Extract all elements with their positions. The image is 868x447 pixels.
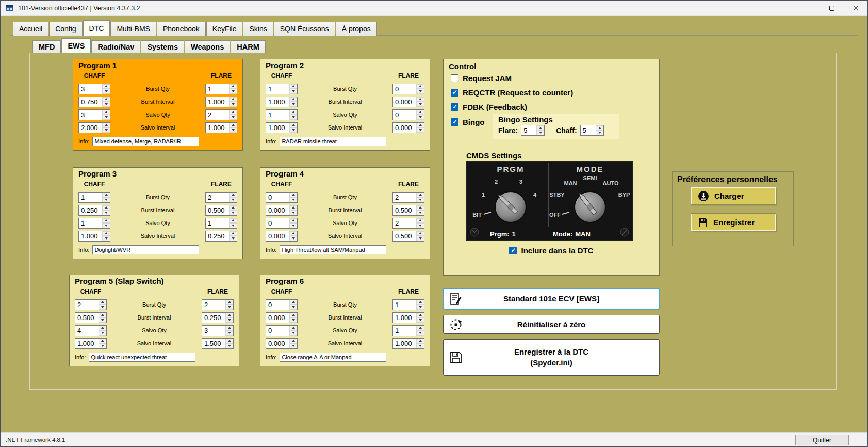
spinner-buttons[interactable] <box>289 300 297 310</box>
chaff-burst-interval-spinner[interactable]: 0.250 <box>78 205 110 216</box>
spinner-down-icon[interactable] <box>289 330 297 336</box>
spinner-buttons[interactable] <box>102 110 110 120</box>
info-input[interactable] <box>280 353 386 362</box>
spinner-up-icon[interactable] <box>225 313 233 318</box>
spinner-buttons[interactable] <box>416 84 424 94</box>
chaff-salvo-qty-spinner[interactable]: 1 <box>78 218 110 229</box>
chaff-salvo-qty-spinner[interactable]: 1 <box>266 109 298 120</box>
chaff-burst-qty-spinner[interactable]: 2 <box>75 299 107 310</box>
spinner-down-icon[interactable] <box>416 343 424 348</box>
chaff-burst-qty-spinner[interactable]: 1 <box>266 84 298 94</box>
spinner-up-icon[interactable] <box>229 84 237 89</box>
spinner-up-icon[interactable] <box>416 84 424 89</box>
spinner-up-icon[interactable] <box>229 110 237 115</box>
info-input[interactable] <box>280 137 386 146</box>
spinner-buttons[interactable] <box>416 339 424 348</box>
spinner-buttons[interactable] <box>102 218 110 228</box>
spinner-down-icon[interactable] <box>225 317 233 323</box>
spinner-down-icon[interactable] <box>99 343 106 348</box>
spinner-buttons[interactable] <box>536 125 544 135</box>
checkbox-icon[interactable] <box>451 74 458 82</box>
save-to-dtc-button[interactable]: Enregistrer à la DTC (Spyder.ini) <box>443 339 660 376</box>
spinner-buttons[interactable] <box>99 339 106 348</box>
tab-multi-bms[interactable]: Multi-BMS <box>110 22 156 36</box>
spinner-up-icon[interactable] <box>289 313 297 318</box>
tab-keyfile[interactable]: KeyFile <box>206 22 243 36</box>
chaff-salvo-interval-spinner[interactable]: 1.000 <box>75 338 107 349</box>
subtab-systems[interactable]: Systems <box>141 40 184 53</box>
flare-burst-qty-spinner[interactable]: 2 <box>205 192 237 203</box>
request-jam-checkbox[interactable]: Request JAM <box>451 74 512 83</box>
spinner-up-icon[interactable] <box>416 205 424 211</box>
spinner-buttons[interactable] <box>289 231 297 241</box>
flare-burst-qty-spinner[interactable]: 1 <box>205 84 237 94</box>
spinner-down-icon[interactable] <box>416 115 424 120</box>
spinner-buttons[interactable] <box>229 110 237 120</box>
spinner-down-icon[interactable] <box>416 127 424 133</box>
spinner-buttons[interactable] <box>416 193 424 202</box>
spinner-down-icon[interactable] <box>229 197 237 202</box>
tab-sqn-ecussons[interactable]: SQN Écussons <box>274 22 335 36</box>
chaff-salvo-interval-spinner[interactable]: 2.000 <box>78 122 110 133</box>
spinner-down-icon[interactable] <box>289 115 297 120</box>
spinner-buttons[interactable] <box>416 97 424 107</box>
flare-burst-interval-spinner[interactable]: 1.000 <box>392 312 424 323</box>
flare-burst-qty-spinner[interactable]: 0 <box>392 84 424 94</box>
flare-salvo-qty-spinner[interactable]: 2 <box>392 218 424 229</box>
spinner-down-icon[interactable] <box>289 210 297 215</box>
chaff-salvo-interval-spinner[interactable]: 1.000 <box>78 231 110 242</box>
spinner-up-icon[interactable] <box>225 326 233 331</box>
chaff-salvo-interval-spinner[interactable]: 0.000 <box>266 231 298 242</box>
spinner-buttons[interactable] <box>416 218 424 228</box>
spinner-down-icon[interactable] <box>225 305 233 310</box>
spinner-buttons[interactable] <box>289 193 297 202</box>
spinner-down-icon[interactable] <box>102 236 110 241</box>
spinner-buttons[interactable] <box>416 313 424 323</box>
spinner-down-icon[interactable] <box>229 127 237 133</box>
spinner-up-icon[interactable] <box>416 97 424 102</box>
tab-config[interactable]: Config <box>49 22 82 36</box>
spinner-up-icon[interactable] <box>225 339 233 344</box>
spinner-down-icon[interactable] <box>102 210 110 215</box>
spinner-down-icon[interactable] <box>596 131 603 136</box>
spinner-up-icon[interactable] <box>289 339 297 344</box>
spinner-buttons[interactable] <box>229 193 237 202</box>
subtab-mfd[interactable]: MFD <box>32 40 61 53</box>
chaff-burst-qty-spinner[interactable]: 0 <box>266 192 298 203</box>
flare-burst-interval-spinner[interactable]: 0.000 <box>392 97 424 107</box>
spinner-buttons[interactable] <box>225 300 233 310</box>
spinner-up-icon[interactable] <box>102 123 110 128</box>
info-input[interactable] <box>92 137 199 146</box>
chaff-burst-interval-spinner[interactable]: 0.000 <box>266 312 298 323</box>
spinner-buttons[interactable] <box>229 231 237 241</box>
info-input[interactable] <box>92 245 199 254</box>
spinner-down-icon[interactable] <box>416 305 424 310</box>
spinner-up-icon[interactable] <box>416 110 424 115</box>
spinner-buttons[interactable] <box>229 123 237 133</box>
spinner-down-icon[interactable] <box>289 223 297 228</box>
spinner-down-icon[interactable] <box>99 305 106 310</box>
spinner-down-icon[interactable] <box>416 89 424 94</box>
spinner-buttons[interactable] <box>102 193 110 202</box>
spinner-buttons[interactable] <box>102 123 110 133</box>
spinner-down-icon[interactable] <box>416 330 424 336</box>
spinner-up-icon[interactable] <box>102 84 110 89</box>
spinner-up-icon[interactable] <box>99 300 106 305</box>
spinner-buttons[interactable] <box>289 205 297 215</box>
spinner-buttons[interactable] <box>102 97 110 107</box>
chaff-salvo-qty-spinner[interactable]: 4 <box>75 325 107 336</box>
flare-salvo-interval-spinner[interactable]: 1.000 <box>205 122 237 133</box>
spinner-down-icon[interactable] <box>229 115 237 120</box>
spinner-up-icon[interactable] <box>289 97 297 102</box>
tab-a-propos[interactable]: À propos <box>336 22 377 36</box>
spinner-down-icon[interactable] <box>416 236 424 241</box>
flare-burst-interval-spinner[interactable]: 0.500 <box>392 205 424 216</box>
spinner-down-icon[interactable] <box>102 102 110 107</box>
spinner-down-icon[interactable] <box>416 317 424 323</box>
standard-ecv-button[interactable]: Standard 101e ECV [EWS] <box>443 288 660 310</box>
spinner-buttons[interactable] <box>289 339 297 348</box>
tab-dtc[interactable]: DTC <box>83 20 110 36</box>
spinner-buttons[interactable] <box>229 84 237 94</box>
spinner-buttons[interactable] <box>102 205 110 215</box>
flare-salvo-interval-spinner[interactable]: 1.500 <box>202 338 234 349</box>
